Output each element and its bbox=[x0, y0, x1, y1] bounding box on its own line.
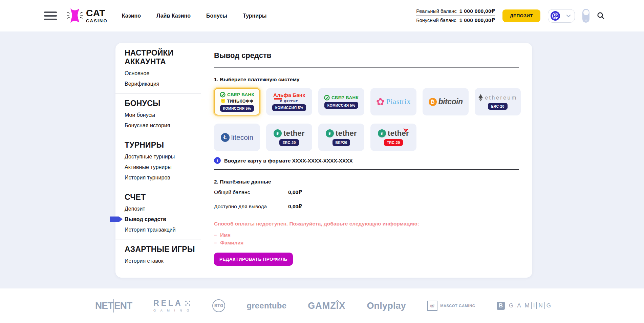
divider bbox=[214, 67, 519, 68]
sidebar-section-tournaments: ТУРНИРЫ bbox=[115, 135, 198, 149]
total-balance-value: 0,00₽ bbox=[288, 189, 302, 195]
logo[interactable]: CAT CASINO bbox=[66, 8, 108, 24]
sberbank-label: СБЕР БАНК bbox=[227, 92, 254, 97]
real-balance-row: Реальный баланс 1 000 000,00₽ bbox=[416, 7, 495, 16]
nav-item-bonuses[interactable]: Бонусы bbox=[206, 13, 227, 19]
sidebar-section-gambling: АЗАРТНЫЕ ИГРЫ bbox=[115, 239, 198, 254]
payment-method-sber-tinkoff[interactable]: СБЕР БАНК ТИНЬКОФФ КОМИССИЯ 5% bbox=[214, 88, 260, 115]
balance-block: Реальный баланс 1 000 000,00₽ Бонусный б… bbox=[416, 7, 495, 25]
header: CAT CASINO Казино Лайв Казино Бонусы Тур… bbox=[0, 0, 644, 31]
provider-relax-gaming-logo: RELA G A M I N G bbox=[153, 299, 191, 312]
provider-mascot-gaming-logo: ֍ MASCOT GAMING bbox=[427, 301, 475, 311]
payment-method-ethereum[interactable]: ethereum ERC-20 bbox=[475, 88, 521, 115]
provider-onlyplay-logo: Onlyplay bbox=[367, 301, 406, 311]
tinkoff-label: ТИНЬКОФФ bbox=[227, 99, 254, 104]
missing-info-list: Имя Фамилия bbox=[214, 231, 521, 246]
step1-label: 1. Выберите платежную систему bbox=[214, 77, 521, 83]
provider-gamzix-logo: GAMZÎX bbox=[308, 301, 345, 311]
bonus-balance-row: Бонусный баланс 1 000 000,00₽ bbox=[416, 16, 495, 25]
payment-method-sberbank[interactable]: СБЕР БАНК КОМИССИЯ 5% bbox=[318, 88, 364, 115]
network-badge: TRC-20 bbox=[384, 139, 403, 146]
tether-icon: ₮ bbox=[274, 129, 282, 137]
sberbank-icon bbox=[220, 92, 226, 98]
litecoin-icon: Ł bbox=[221, 133, 230, 142]
sidebar-item-bet-history[interactable]: История ставок bbox=[125, 258, 201, 264]
payment-method-tether-bep20[interactable]: ₮ tether BEP20 bbox=[318, 124, 364, 151]
litecoin-label: litecoin bbox=[231, 133, 253, 142]
tether-icon: ₮ bbox=[378, 129, 386, 137]
available-balance-label: Доступно для вывода bbox=[214, 203, 267, 210]
card-format-text: Вводите карту в формате XXXX-XXXX-XXXX-X… bbox=[224, 158, 353, 164]
cat-logo-icon bbox=[66, 8, 83, 24]
tether-label: tether bbox=[336, 129, 357, 138]
sidebar-item-active-tournaments[interactable]: Активные турниры bbox=[125, 164, 201, 170]
sidebar-section-account: СЧЕТ bbox=[115, 187, 198, 201]
sidebar-item-withdrawal[interactable]: Вывод средств bbox=[125, 216, 201, 222]
real-balance-value: 1 000 000,00₽ bbox=[459, 8, 495, 14]
bitcoin-icon: ₿ bbox=[429, 98, 437, 106]
profile-menu[interactable] bbox=[548, 9, 575, 23]
providers-footer: NETENT RELA G A M I N G BTG greentube GA… bbox=[0, 288, 644, 323]
commission-badge: КОМИССИЯ 5% bbox=[220, 105, 254, 112]
sun-icon: ☼ bbox=[582, 18, 589, 22]
search-button[interactable] bbox=[597, 12, 605, 20]
step2-label: 2. Платёжные данные bbox=[214, 179, 521, 185]
sidebar-section-bonuses: БОНУСЫ bbox=[115, 93, 198, 108]
sidebar-item-transaction-history[interactable]: История транзакций bbox=[125, 227, 201, 233]
alfabank-sublabel: И ДРУГИЕ bbox=[280, 100, 298, 103]
deposit-button[interactable]: ДЕПОЗИТ bbox=[502, 9, 540, 22]
payment-method-piastrix[interactable]: ✿ Piastrix bbox=[370, 88, 416, 115]
sidebar-item-my-bonuses[interactable]: Мои бонусы bbox=[125, 112, 201, 118]
sidebar-item-tournament-history[interactable]: История турниров bbox=[125, 174, 201, 181]
provider-greentube-logo: greentube bbox=[246, 301, 286, 310]
account-card: НАСТРОЙКИ АККАУНТА Основное Верификация … bbox=[115, 43, 532, 278]
piastrix-label: Piastrix bbox=[386, 98, 411, 106]
sidebar-item-main[interactable]: Основное bbox=[125, 70, 201, 77]
account-sidebar: НАСТРОЙКИ АККАУНТА Основное Верификация … bbox=[115, 43, 201, 278]
payment-methods-grid: СБЕР БАНК ТИНЬКОФФ КОМИССИЯ 5% Альфа Бан… bbox=[214, 88, 521, 151]
available-balance-row: Доступно для вывода 0,00₽ bbox=[214, 199, 302, 213]
payment-method-bitcoin[interactable]: ₿ bitcoin bbox=[423, 88, 469, 115]
total-balance-row: Общий баланс 0,00₽ bbox=[214, 185, 302, 199]
mascot-ornament-icon: ֍ bbox=[427, 301, 437, 311]
logo-subtitle: CASINO bbox=[86, 19, 108, 23]
withdrawal-panel: Вывод средств 1. Выберите платежную сист… bbox=[214, 43, 521, 266]
piastrix-flower-icon: ✿ bbox=[376, 97, 385, 107]
main-nav: Казино Лайв Казино Бонусы Турниры bbox=[122, 13, 267, 19]
provider-netent-logo: NETENT bbox=[95, 300, 132, 311]
sidebar-item-verification[interactable]: Верификация bbox=[125, 81, 201, 87]
sidebar-item-available-tournaments[interactable]: Доступные турниры bbox=[125, 153, 201, 160]
nav-item-tournaments[interactable]: Турниры bbox=[243, 13, 267, 19]
payment-method-tether-erc20[interactable]: ₮ tether ERC-20 bbox=[266, 124, 312, 151]
theme-toggle[interactable]: ☼ bbox=[582, 9, 589, 23]
payment-unavailable-warning: Способ оплаты недоступен. Пожалуйста, до… bbox=[214, 221, 521, 227]
payment-method-litecoin[interactable]: Ł litecoin bbox=[214, 124, 260, 151]
sidebar-item-deposit[interactable]: Депозит bbox=[125, 206, 201, 212]
sberbank-icon bbox=[324, 95, 330, 101]
ethereum-icon bbox=[478, 94, 483, 102]
nav-item-live-casino[interactable]: Лайв Казино bbox=[156, 13, 191, 19]
avatar-icon bbox=[550, 11, 560, 21]
alfabank-label: Альфа Банк bbox=[273, 92, 305, 98]
tether-label: tether bbox=[283, 129, 305, 138]
chevron-down-icon bbox=[566, 15, 571, 17]
tron-icon bbox=[403, 128, 408, 133]
edit-profile-button[interactable]: РЕДАКТИРОВАТЬ ПРОФИЛЬ bbox=[214, 253, 293, 266]
hamburger-menu-icon[interactable] bbox=[44, 12, 57, 20]
relax-dots-icon bbox=[185, 300, 191, 306]
divider bbox=[214, 169, 519, 170]
info-icon: i bbox=[214, 157, 221, 164]
ethereum-label: ethereum bbox=[485, 95, 517, 101]
network-badge: ERC-20 bbox=[279, 139, 299, 146]
nav-item-casino[interactable]: Казино bbox=[122, 13, 141, 19]
sidebar-item-bonus-history[interactable]: Бонусная история bbox=[125, 122, 201, 129]
bonus-balance-value: 1 000 000,00₽ bbox=[459, 17, 495, 23]
total-balance-label: Общий баланс bbox=[214, 189, 250, 195]
bonus-balance-label: Бонусный баланс bbox=[416, 18, 456, 23]
balance-table: Общий баланс 0,00₽ Доступно для вывода 0… bbox=[214, 185, 302, 213]
payment-method-tether-trc20[interactable]: ₮ tether TRC-20 bbox=[370, 124, 416, 151]
tether-icon: ₮ bbox=[326, 129, 334, 137]
payment-method-alfabank[interactable]: Альфа Банк И ДРУГИЕ КОМИССИЯ 5% bbox=[266, 88, 312, 115]
network-badge: ERC-20 bbox=[488, 103, 507, 110]
logo-title: CAT bbox=[86, 8, 108, 18]
